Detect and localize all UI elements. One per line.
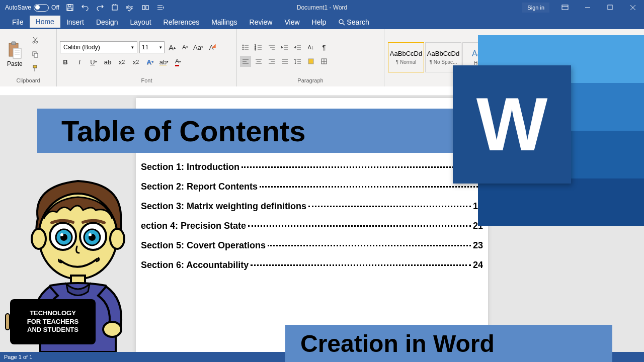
clear-formatting-icon[interactable]: A◢ bbox=[206, 42, 217, 53]
toc-entry-title: Section 3: Matrix weighting definitions bbox=[141, 201, 306, 212]
multilevel-list-icon[interactable] bbox=[266, 42, 277, 53]
superscript-button[interactable]: x2 bbox=[130, 56, 141, 67]
align-right-icon[interactable] bbox=[266, 56, 277, 67]
tab-references[interactable]: References bbox=[157, 16, 206, 28]
subscript-button[interactable]: x2 bbox=[116, 56, 127, 67]
sign-in-button[interactable]: Sign in bbox=[522, 3, 549, 13]
qat-icon-2[interactable] bbox=[141, 3, 150, 12]
change-case-icon[interactable]: Aa▾ bbox=[193, 42, 204, 53]
undo-icon[interactable] bbox=[80, 3, 90, 12]
toc-leader-dots bbox=[260, 186, 481, 188]
tab-insert[interactable]: Insert bbox=[60, 16, 90, 28]
save-icon[interactable] bbox=[65, 3, 74, 12]
toc-entry-title: Section 1: Introduction bbox=[141, 162, 239, 172]
bullets-icon[interactable] bbox=[240, 42, 251, 53]
ribbon-display-icon[interactable] bbox=[553, 0, 576, 15]
tab-design[interactable]: Design bbox=[90, 16, 124, 28]
document-title: Document1 - Word bbox=[297, 4, 347, 11]
sort-icon[interactable]: A↓ bbox=[305, 42, 316, 53]
svg-rect-9 bbox=[608, 5, 612, 10]
font-group-label: Font bbox=[60, 77, 233, 84]
toc-leader-dots bbox=[268, 245, 471, 246]
paste-button[interactable]: Paste bbox=[3, 40, 27, 68]
tab-file[interactable]: File bbox=[6, 16, 30, 28]
svg-rect-5 bbox=[142, 6, 145, 10]
minimize-button[interactable] bbox=[576, 0, 599, 15]
toc-entry-title: Section 6: Accountability bbox=[141, 260, 249, 270]
svg-rect-3 bbox=[112, 5, 117, 10]
tab-view[interactable]: View bbox=[278, 16, 305, 28]
toc-entry[interactable]: Section 1: Introduction bbox=[136, 157, 488, 177]
toc-entry-title: Section 5: Covert Operations bbox=[141, 240, 266, 251]
tablet-badge: TECHNOLOGY FOR TEACHERS AND STUDENTS bbox=[10, 299, 96, 344]
toc-entry[interactable]: Section 6: Accountability24 bbox=[136, 255, 488, 275]
svg-rect-26 bbox=[33, 65, 37, 68]
svg-point-83 bbox=[103, 322, 121, 337]
word-logo-icon: W bbox=[453, 65, 571, 184]
toc-entry[interactable]: Section 2: Report Contents bbox=[136, 177, 488, 197]
increase-indent-icon[interactable] bbox=[292, 42, 303, 53]
align-left-icon[interactable] bbox=[240, 56, 251, 67]
search-button[interactable]: Search bbox=[332, 16, 375, 28]
tab-review[interactable]: Review bbox=[244, 16, 279, 28]
svg-line-13 bbox=[343, 23, 345, 25]
autosave-toggle[interactable]: AutoSave Off bbox=[5, 4, 59, 12]
redo-icon[interactable] bbox=[96, 3, 105, 12]
decrease-indent-icon[interactable] bbox=[279, 42, 290, 53]
numbering-icon[interactable]: 123 bbox=[253, 42, 264, 53]
svg-rect-66 bbox=[308, 59, 313, 64]
font-name-select[interactable]: Calibri (Body)▾ bbox=[60, 41, 137, 53]
svg-point-21 bbox=[36, 41, 38, 43]
svg-point-12 bbox=[339, 20, 343, 24]
toc-entry-page: 24 bbox=[473, 260, 483, 270]
tab-home[interactable]: Home bbox=[30, 16, 60, 29]
borders-icon[interactable] bbox=[318, 56, 330, 67]
toc-leader-dots bbox=[242, 166, 481, 168]
toc-entry[interactable]: Section 5: Covert Operations23 bbox=[136, 236, 488, 255]
toc-entry-title: Section 2: Report Contents bbox=[141, 182, 258, 192]
tab-layout[interactable]: Layout bbox=[124, 16, 157, 28]
copy-icon[interactable] bbox=[30, 49, 41, 60]
close-button[interactable] bbox=[621, 0, 644, 15]
svg-point-30 bbox=[243, 47, 244, 48]
underline-button[interactable]: U▾ bbox=[88, 56, 99, 67]
overlay-bottom-banner: Creation in Word bbox=[285, 325, 612, 362]
qat-icon-3[interactable] bbox=[156, 3, 165, 12]
menu-bar: File Home Insert Design Layout Reference… bbox=[0, 15, 644, 29]
page-count: Page 1 of 1 bbox=[4, 354, 32, 360]
align-center-icon[interactable] bbox=[253, 56, 264, 67]
overlay-title-banner: Table of Contents bbox=[37, 109, 499, 153]
toc-entry-title: ection 4: Precision State bbox=[141, 221, 246, 231]
show-marks-icon[interactable]: ¶ bbox=[318, 42, 330, 53]
svg-point-72 bbox=[110, 229, 124, 249]
tab-help[interactable]: Help bbox=[306, 16, 333, 28]
font-size-select[interactable]: 11▾ bbox=[139, 41, 165, 53]
strikethrough-button[interactable]: ab bbox=[102, 56, 113, 67]
toc-entry[interactable]: ection 4: Precision State21 bbox=[136, 216, 488, 236]
qat-icon-1[interactable] bbox=[111, 3, 120, 12]
format-painter-icon[interactable] bbox=[30, 63, 41, 74]
shading-icon[interactable] bbox=[305, 56, 316, 67]
toc-entry-page: 23 bbox=[473, 240, 483, 251]
svg-point-20 bbox=[33, 41, 35, 43]
shrink-font-icon[interactable]: A▾ bbox=[180, 42, 191, 53]
spellcheck-icon[interactable]: abc bbox=[126, 3, 135, 12]
svg-point-71 bbox=[32, 229, 46, 249]
paragraph-group-label: Paragraph bbox=[240, 77, 381, 84]
text-effects-icon[interactable]: A▾ bbox=[144, 56, 155, 67]
line-spacing-icon[interactable] bbox=[292, 56, 303, 67]
cut-icon[interactable] bbox=[30, 35, 41, 46]
maximize-button[interactable] bbox=[599, 0, 621, 15]
justify-icon[interactable] bbox=[279, 56, 290, 67]
grow-font-icon[interactable]: A▴ bbox=[167, 42, 178, 53]
svg-text:3: 3 bbox=[255, 48, 256, 51]
bold-button[interactable]: B bbox=[60, 56, 71, 67]
tab-mailings[interactable]: Mailings bbox=[205, 16, 243, 28]
font-color-icon[interactable]: A▾ bbox=[173, 56, 184, 67]
svg-rect-6 bbox=[146, 6, 148, 10]
svg-rect-1 bbox=[68, 5, 71, 7]
highlight-icon[interactable]: ab▾ bbox=[158, 56, 170, 67]
italic-button[interactable]: I bbox=[74, 56, 85, 67]
style-normal[interactable]: AaBbCcDd ¶ Normal bbox=[388, 42, 424, 72]
toc-entry[interactable]: Section 3: Matrix weighting definitions1… bbox=[136, 197, 488, 216]
